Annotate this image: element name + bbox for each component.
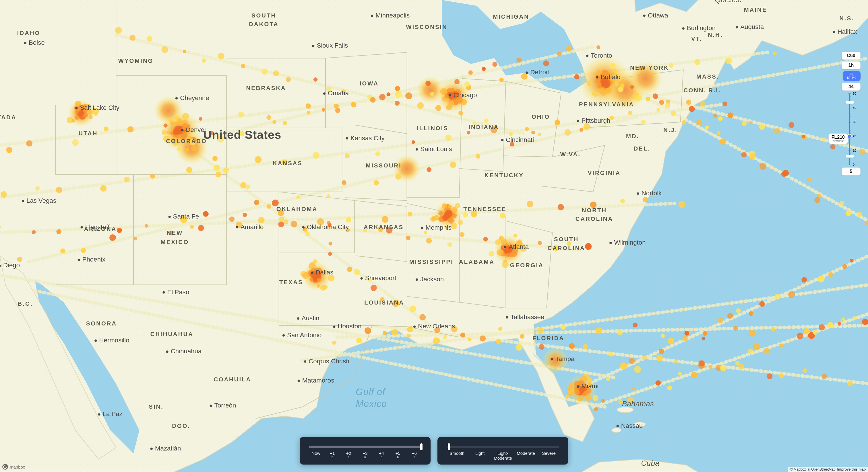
map-canvas[interactable]: United StatesGulf ofMexico MAINEIDAHOSOU…: [0, 0, 868, 472]
fl-current-indicator[interactable]: [847, 134, 851, 138]
time-slider-label: +2h: [340, 451, 357, 459]
svg-text:Burlington: Burlington: [687, 24, 716, 32]
type-pill[interactable]: C60: [842, 52, 861, 60]
fl-scale-label: 0: [853, 163, 855, 166]
svg-point-885: [637, 193, 639, 195]
svg-point-543: [440, 88, 447, 95]
attr-improve-link[interactable]: Improve this map: [837, 467, 866, 471]
svg-text:ALABAMA: ALABAMA: [459, 259, 495, 265]
svg-point-156: [509, 132, 513, 136]
svg-text:Wilmington: Wilmington: [614, 239, 646, 246]
svg-text:New Orleans: New Orleans: [418, 323, 455, 330]
svg-point-319: [738, 364, 744, 370]
svg-point-358: [705, 125, 709, 129]
svg-point-462: [182, 113, 189, 120]
mapbox-logo[interactable]: mapbox: [2, 464, 25, 470]
svg-text:United States: United States: [203, 128, 281, 141]
svg-point-923: [210, 405, 212, 407]
svg-point-758: [434, 215, 439, 221]
svg-point-126: [484, 237, 488, 242]
svg-point-615: [489, 251, 494, 257]
svg-point-41: [104, 127, 109, 132]
svg-point-66: [124, 177, 129, 182]
svg-point-50: [395, 91, 402, 98]
intensity-slider-track[interactable]: [446, 446, 559, 448]
svg-text:Corpus Christi: Corpus Christi: [309, 358, 349, 365]
svg-point-216: [291, 221, 298, 227]
flight-level-scale[interactable]: 50403020100: [847, 94, 860, 165]
svg-point-351: [621, 79, 625, 83]
svg-text:Minneapolis: Minneapolis: [375, 12, 410, 19]
svg-text:MISSOURI: MISSOURI: [366, 162, 402, 169]
svg-point-195: [329, 242, 332, 245]
svg-point-151: [417, 102, 424, 109]
svg-point-913: [94, 339, 97, 342]
attr-osm-link[interactable]: © OpenStreetMap: [808, 467, 836, 471]
svg-point-155: [484, 119, 489, 123]
svg-point-55: [575, 74, 580, 79]
svg-point-215: [258, 217, 265, 224]
svg-point-839: [833, 31, 835, 33]
svg-point-748: [438, 211, 443, 216]
svg-point-4: [612, 428, 621, 432]
svg-point-286: [520, 334, 524, 339]
time-slider-handle[interactable]: [420, 443, 423, 450]
svg-point-861: [75, 107, 78, 109]
svg-point-422: [615, 82, 619, 87]
svg-point-273: [818, 324, 825, 330]
svg-point-282: [433, 338, 440, 344]
fl-range-pill[interactable]: FL 50-440: [843, 71, 861, 81]
fl-upper-value-pill[interactable]: 44: [842, 82, 861, 91]
svg-point-301: [862, 319, 868, 325]
svg-point-291: [632, 323, 638, 328]
svg-point-138: [183, 49, 187, 53]
svg-point-259: [655, 380, 661, 386]
svg-point-244: [749, 311, 753, 316]
fl-range-handle-top[interactable]: [846, 101, 854, 104]
svg-text:B.C.: B.C.: [18, 301, 33, 307]
svg-point-287: [537, 327, 544, 334]
svg-point-208: [56, 229, 61, 234]
svg-text:Matamoros: Matamoros: [302, 377, 334, 384]
svg-text:Torreón: Torreón: [214, 402, 236, 409]
fl-lower-value-pill[interactable]: 5: [842, 167, 861, 175]
map-svg[interactable]: United StatesGulf ofMexico MAINEIDAHOSOU…: [0, 0, 868, 472]
svg-text:Bahamas: Bahamas: [622, 400, 654, 408]
svg-point-271: [797, 333, 803, 339]
svg-text:Boise: Boise: [29, 39, 45, 46]
svg-point-102: [450, 162, 456, 168]
svg-point-905: [333, 326, 335, 328]
svg-point-112: [278, 222, 284, 227]
time-slider-track[interactable]: [309, 446, 422, 448]
window-pill[interactable]: 1h: [842, 61, 861, 69]
svg-text:GEORGIA: GEORGIA: [510, 262, 544, 268]
svg-text:ARKANSAS: ARKANSAS: [364, 224, 404, 230]
svg-point-40: [72, 139, 79, 146]
attr-mapbox-link[interactable]: © Mapbox: [790, 467, 806, 471]
svg-point-63: [35, 186, 40, 191]
svg-point-371: [846, 210, 851, 216]
intensity-slider-handle[interactable]: [448, 443, 450, 450]
svg-text:DGO.: DGO.: [172, 423, 190, 429]
svg-point-879: [302, 226, 305, 229]
intensity-slider-panel: SmoothLightLight-ModerateModerateSevere: [437, 437, 568, 465]
svg-text:VT.: VT.: [691, 36, 702, 42]
svg-point-210: [117, 228, 122, 233]
svg-point-44: [199, 117, 203, 121]
svg-text:Las Vegas: Las Vegas: [26, 197, 56, 204]
svg-point-333: [686, 100, 691, 105]
svg-point-841: [24, 42, 26, 44]
svg-point-697: [567, 390, 574, 396]
svg-point-246: [774, 294, 780, 300]
fl-range-handle-bottom[interactable]: [846, 155, 854, 158]
svg-text:N.H.: N.H.: [708, 32, 723, 38]
svg-text:Cuba: Cuba: [641, 459, 659, 467]
svg-point-690: [569, 382, 573, 386]
svg-point-81: [584, 123, 590, 130]
svg-point-318: [708, 365, 712, 369]
svg-text:CHIHUAHUA: CHIHUAHUA: [150, 331, 193, 337]
svg-point-219: [382, 216, 389, 223]
svg-point-843: [736, 26, 738, 28]
svg-point-239: [682, 336, 688, 341]
svg-text:Mexico: Mexico: [355, 399, 387, 409]
